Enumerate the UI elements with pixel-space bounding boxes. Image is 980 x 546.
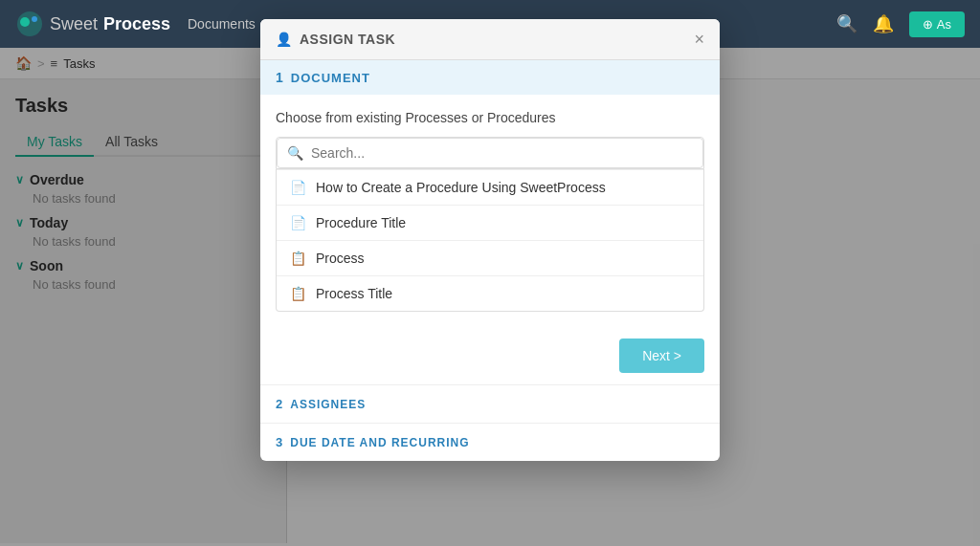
next-button[interactable]: Next > xyxy=(619,339,704,373)
search-icon: 🔍 xyxy=(287,145,303,161)
nav-right: 🔍 🔔 ⊕ As xyxy=(836,11,965,37)
logo-process: Process xyxy=(103,14,170,34)
search-icon[interactable]: 🔍 xyxy=(836,13,858,34)
nav-links: Documents xyxy=(188,16,256,32)
step1-label: DOCUMENT xyxy=(291,71,370,85)
step1-number: 1 xyxy=(276,70,283,85)
doc-item-2[interactable]: 📋 Process xyxy=(277,240,703,275)
modal-body: Choose from existing Processes or Proced… xyxy=(260,95,720,327)
user-icon: 👤 xyxy=(276,32,292,47)
step2-number: 2 xyxy=(276,397,282,411)
step3-number: 3 xyxy=(276,435,282,449)
footer-step-3: 3 DUE DATE AND RECURRING xyxy=(260,423,720,461)
assign-button[interactable]: ⊕ As xyxy=(909,11,965,37)
doc-text-3: Process Title xyxy=(316,286,392,301)
nav-documents[interactable]: Documents xyxy=(188,16,256,32)
modal-footer: 2 ASSIGNEES 3 DUE DATE AND RECURRING xyxy=(260,384,720,461)
search-wrapper: 🔍 xyxy=(276,137,704,169)
doc-text-2: Process xyxy=(316,251,365,266)
modal-title-row: 👤 ASSIGN TASK xyxy=(276,32,395,47)
assign-task-modal: 👤 ASSIGN TASK × 1 DOCUMENT Choose from e… xyxy=(260,19,720,461)
step2-label: ASSIGNEES xyxy=(290,398,366,411)
logo: SweetProcess xyxy=(15,10,188,38)
doc-text-1: Procedure Title xyxy=(316,215,406,230)
logo-sweet: Sweet xyxy=(50,14,98,34)
modal-close-button[interactable]: × xyxy=(694,31,704,48)
svg-point-1 xyxy=(20,17,30,27)
bell-icon[interactable]: 🔔 xyxy=(873,13,894,34)
footer-step-2: 2 ASSIGNEES xyxy=(260,385,720,423)
search-input[interactable] xyxy=(311,145,693,161)
document-list: 📄 How to Create a Procedure Using SweetP… xyxy=(276,169,704,312)
doc-icon-0: 📄 xyxy=(290,180,306,195)
doc-icon-2: 📋 xyxy=(290,251,306,266)
modal-title: ASSIGN TASK xyxy=(300,32,395,47)
modal-instruction: Choose from existing Processes or Proced… xyxy=(276,110,704,125)
doc-item-3[interactable]: 📋 Process Title xyxy=(277,275,703,311)
modal-header: 👤 ASSIGN TASK × xyxy=(260,19,720,60)
step3-label: DUE DATE AND RECURRING xyxy=(290,436,469,449)
doc-icon-1: 📄 xyxy=(290,215,306,230)
modal-action-row: Next > xyxy=(260,327,720,384)
doc-item-1[interactable]: 📄 Procedure Title xyxy=(277,205,703,240)
doc-icon-3: 📋 xyxy=(290,286,306,301)
doc-text-0: How to Create a Procedure Using SweetPro… xyxy=(316,180,606,195)
logo-icon xyxy=(15,10,44,38)
step1-header: 1 DOCUMENT xyxy=(260,60,720,95)
svg-point-2 xyxy=(32,16,37,22)
search-box: 🔍 xyxy=(277,138,703,168)
doc-item-0[interactable]: 📄 How to Create a Procedure Using SweetP… xyxy=(277,169,703,205)
